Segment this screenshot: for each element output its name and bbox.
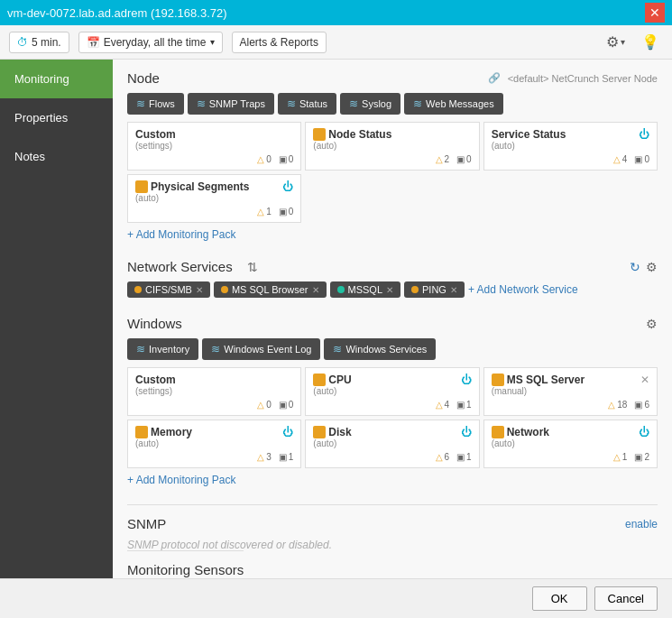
stat-bell: △1 xyxy=(257,207,272,217)
tab-syslog[interactable]: ≋Syslog xyxy=(340,93,400,115)
bell-icon: △ xyxy=(257,207,264,217)
network-services-tags-row: CIFS/SMB ✕ MS SQL Browser ✕ MSSQL ✕ PING… xyxy=(127,281,658,298)
sidebar-item-monitoring[interactable]: Monitoring xyxy=(0,60,113,98)
cancel-button[interactable]: Cancel xyxy=(594,586,658,611)
card-service-status[interactable]: ⏻ Service Status (auto) △4 ▣0 xyxy=(483,122,658,171)
sidebar-properties-label: Properties xyxy=(14,111,68,125)
card-node-status-sub: (auto) xyxy=(313,141,471,151)
alerts-reports-button[interactable]: Alerts & Reports xyxy=(232,32,327,53)
tag-close-ping[interactable]: ✕ xyxy=(450,285,457,295)
card-custom-title: Custom xyxy=(135,128,293,141)
settings-dropdown-icon: ▾ xyxy=(621,37,625,47)
wave-icon-eventlog: ≋ xyxy=(211,343,220,355)
schedule-control[interactable]: 📅 Everyday, all the time ▾ xyxy=(78,32,223,53)
wave-icon-snmptraps: ≋ xyxy=(197,97,206,110)
snmp-description: SNMP protocol not discovered or disabled… xyxy=(127,539,658,551)
card-memory-title: Memory xyxy=(151,426,192,438)
card-node-status-title: Node Status xyxy=(328,128,391,141)
card-network-title: Network xyxy=(507,426,549,438)
card-node-status[interactable]: Node Status (auto) △2 ▣0 xyxy=(305,122,479,171)
tag-close-mssqlbrowser[interactable]: ✕ xyxy=(312,285,319,295)
card-service-status-sub: (auto) xyxy=(492,141,649,151)
card-network[interactable]: ⏻ Network (auto) △1 ▣2 xyxy=(483,420,658,468)
power-icon-network[interactable]: ⏻ xyxy=(639,426,649,438)
schedule-label: Everyday, all the time xyxy=(104,36,207,49)
card-memory[interactable]: ⏻ Memory (auto) △3 ▣1 xyxy=(127,420,301,468)
tag-ms-sql-browser[interactable]: MS SQL Browser ✕ xyxy=(214,281,327,298)
sidebar-item-notes[interactable]: Notes xyxy=(0,137,113,176)
close-button[interactable]: ✕ xyxy=(645,3,665,23)
tag-close-cifs[interactable]: ✕ xyxy=(196,285,203,295)
refresh-icon[interactable]: ↻ xyxy=(630,260,640,274)
card-custom-win[interactable]: Custom (settings) △0 ▣0 xyxy=(127,367,301,416)
network-services-actions: ↻ ⚙ xyxy=(630,260,658,274)
stat-square: ▣0 xyxy=(279,154,294,164)
wave-icon-syslog: ≋ xyxy=(349,97,358,110)
card-ms-sql-server[interactable]: ✕ MS SQL Server (manual) △18 ▣6 xyxy=(483,367,658,416)
monitoring-sensors-section: Monitoring Sensors xyxy=(127,562,658,577)
add-network-service[interactable]: + Add Network Service xyxy=(468,283,578,296)
network-services-header: Network Services ⇅ ↻ ⚙ xyxy=(127,259,658,274)
tab-status[interactable]: ≋Status xyxy=(278,93,336,115)
card-disk[interactable]: ⏻ Disk (auto) △6 ▣1 xyxy=(305,420,479,468)
card-physical-sub: (auto) xyxy=(135,193,293,203)
tab-snmp-traps[interactable]: ≋SNMP Traps xyxy=(188,93,274,115)
network-services-section: Network Services ⇅ ↻ ⚙ CIFS/SMB ✕ MS SQL… xyxy=(127,259,658,298)
tag-cifs-smb[interactable]: CIFS/SMB ✕ xyxy=(127,281,210,298)
snmp-enable-button[interactable]: enable xyxy=(625,518,658,530)
card-memory-header: Memory xyxy=(135,426,293,438)
wave-icon-webmsgs: ≋ xyxy=(413,97,422,110)
bottom-bar: OK Cancel xyxy=(0,578,672,618)
content-area: Node 🔗 <default> NetCrunch Server Node ≋… xyxy=(113,60,672,578)
settings-button[interactable]: ⚙ ▾ xyxy=(603,30,629,54)
interval-control[interactable]: ⏱ 5 min. xyxy=(9,32,69,53)
sidebar-monitoring-label: Monitoring xyxy=(14,72,69,86)
tag-close-mssql[interactable]: ✕ xyxy=(386,285,393,295)
node-cards-grid: Custom (settings) △0 ▣0 Node Status (aut… xyxy=(127,122,658,223)
card-custom-sub: (settings) xyxy=(135,141,293,151)
gear-icon-network[interactable]: ⚙ xyxy=(646,260,658,274)
windows-add-monitoring-pack[interactable]: + Add Monitoring Pack xyxy=(127,474,658,486)
tab-web-messages[interactable]: ≋Web Messages xyxy=(404,93,503,115)
tag-dot-ping xyxy=(411,286,419,293)
square-icon: ▣ xyxy=(279,400,287,410)
card-cpu[interactable]: ⏻ CPU (auto) △4 ▣1 xyxy=(305,367,479,416)
card-custom[interactable]: Custom (settings) △0 ▣0 xyxy=(127,122,301,171)
tag-dot-cifs xyxy=(134,286,142,293)
lightbulb-button[interactable]: 💡 xyxy=(638,30,663,54)
square-icon: ▣ xyxy=(279,207,287,217)
gear-icon-windows[interactable]: ⚙ xyxy=(646,317,658,331)
chain-icon: 🔗 xyxy=(488,72,501,84)
tab-windows-services[interactable]: ≋Windows Services xyxy=(324,338,436,360)
card-disk-title: Disk xyxy=(328,426,351,438)
card-network-stats: △1 ▣2 xyxy=(613,452,649,462)
node-section: Node 🔗 <default> NetCrunch Server Node ≋… xyxy=(127,70,658,241)
ok-button[interactable]: OK xyxy=(532,586,587,611)
tab-flows[interactable]: ≋Flows xyxy=(127,93,184,115)
card-physical-segments[interactable]: ⏻ Physical Segments (auto) △1 ▣0 xyxy=(127,174,301,223)
sidebar-notes-label: Notes xyxy=(14,150,45,163)
square-icon: ▣ xyxy=(279,154,287,164)
power-icon-service-status[interactable]: ⏻ xyxy=(639,128,649,141)
bell-icon: △ xyxy=(257,154,264,164)
bell-icon: △ xyxy=(436,154,443,164)
power-icon-disk[interactable]: ⏻ xyxy=(461,426,472,438)
windows-tabs-row: ≋Inventory ≋Windows Event Log ≋Windows S… xyxy=(127,338,658,360)
monitoring-sensors-title: Monitoring Sensors xyxy=(127,550,244,577)
tag-ping[interactable]: PING ✕ xyxy=(404,281,465,298)
sidebar-item-properties[interactable]: Properties xyxy=(0,98,113,137)
tab-inventory[interactable]: ≋Inventory xyxy=(127,338,198,360)
card-mssql-title: MS SQL Server xyxy=(507,374,585,386)
card-service-status-title: Service Status xyxy=(492,128,649,141)
node-add-monitoring-pack[interactable]: + Add Monitoring Pack xyxy=(127,228,658,241)
power-icon-memory[interactable]: ⏻ xyxy=(282,426,293,438)
stat-square: ▣0 xyxy=(634,154,649,164)
power-icon-physical[interactable]: ⏻ xyxy=(282,180,293,193)
close-icon-mssql[interactable]: ✕ xyxy=(640,374,649,386)
card-disk-header: Disk xyxy=(313,426,471,438)
tag-mssql[interactable]: MSSQL ✕ xyxy=(330,281,401,298)
tab-windows-event-log[interactable]: ≋Windows Event Log xyxy=(202,338,320,360)
power-icon-cpu[interactable]: ⏻ xyxy=(461,374,472,386)
card-network-header: Network xyxy=(492,426,649,438)
title-bar: vm-dev-0072.lab.ad.adrem (192.168.3.72) … xyxy=(0,0,672,25)
